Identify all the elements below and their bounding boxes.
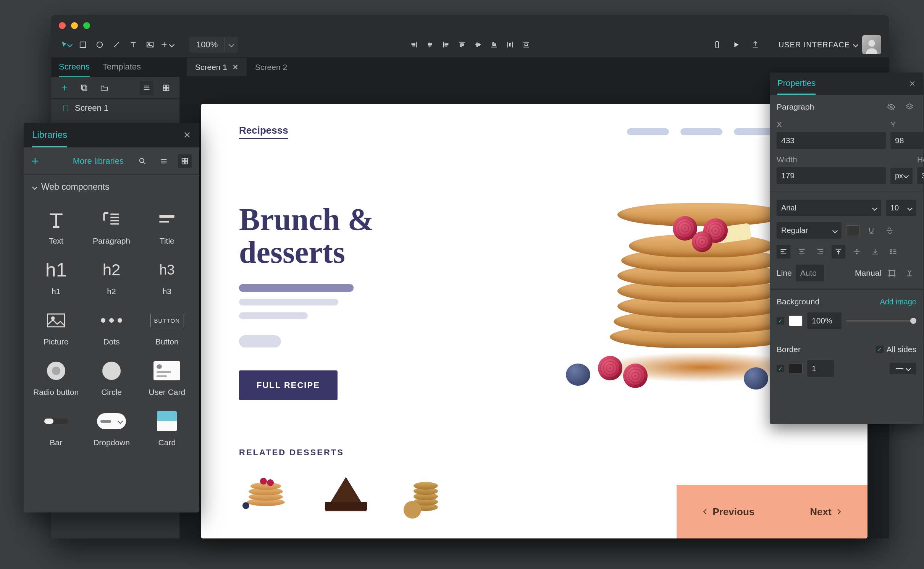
component-bar[interactable]: Bar — [29, 404, 83, 452]
x-input[interactable] — [777, 132, 886, 149]
component-radio[interactable]: Radio button — [29, 354, 83, 401]
share-icon[interactable] — [748, 37, 762, 52]
related-item-cookies[interactable] — [399, 471, 453, 517]
component-picture[interactable]: Picture — [29, 304, 83, 351]
font-size-select[interactable]: 10 — [886, 200, 916, 216]
component-circle[interactable]: Circle — [84, 354, 138, 401]
visibility-icon[interactable] — [884, 100, 898, 114]
background-enabled-checkbox[interactable]: ✓ — [777, 317, 784, 325]
distribute-v-icon[interactable] — [519, 37, 533, 52]
border-enabled-checkbox[interactable]: ✓ — [777, 365, 784, 372]
component-h1[interactable]: h1h1 — [29, 253, 83, 301]
pointer-tool[interactable] — [59, 37, 73, 52]
library-section-header[interactable]: Web components — [24, 175, 199, 199]
component-h2[interactable]: h2h2 — [84, 253, 138, 301]
component-dots[interactable]: Dots — [84, 304, 138, 351]
list-view-icon[interactable] — [157, 154, 171, 168]
close-tab-icon[interactable]: ✕ — [233, 63, 238, 71]
pill-placeholder[interactable] — [239, 335, 281, 348]
image-tool[interactable] — [143, 37, 157, 52]
border-color-swatch[interactable] — [789, 363, 803, 374]
folder-icon[interactable] — [97, 81, 111, 95]
opacity-slider[interactable] — [846, 320, 916, 322]
ellipse-tool[interactable] — [92, 37, 107, 52]
valign-top-icon[interactable] — [832, 245, 845, 259]
align-bottom-icon[interactable] — [487, 37, 501, 52]
background-color-swatch[interactable] — [789, 315, 803, 326]
libraries-panel[interactable]: Libraries ✕ + More libraries Web compone… — [24, 123, 199, 512]
font-weight-select[interactable]: Regular — [777, 222, 842, 239]
valign-bottom-icon[interactable] — [868, 245, 882, 259]
tab-templates[interactable]: Templates — [103, 57, 141, 78]
background-opacity-input[interactable] — [807, 312, 842, 329]
text-color-swatch[interactable] — [846, 225, 860, 236]
width-unit-select[interactable]: px — [890, 168, 913, 184]
bounds-icon[interactable] — [885, 266, 899, 280]
zoom-control[interactable]: 100% — [189, 37, 238, 53]
line-height-input[interactable] — [796, 265, 824, 281]
all-sides-checkbox[interactable]: ✓ — [876, 346, 884, 353]
page-heading[interactable]: Brunch & desserts — [239, 203, 453, 269]
border-style-select[interactable] — [890, 363, 916, 374]
rectangle-tool[interactable] — [76, 37, 90, 52]
more-libraries-link[interactable]: More libraries — [73, 156, 124, 166]
valign-middle-icon[interactable] — [850, 245, 864, 259]
related-item-cake[interactable] — [319, 471, 373, 517]
mode-dropdown[interactable]: USER INTERFACE — [779, 40, 858, 49]
component-usercard[interactable]: User Card — [140, 354, 194, 401]
component-button[interactable]: BUTTONButton — [140, 304, 194, 351]
duplicate-screen-icon[interactable] — [77, 81, 92, 95]
text-placeholder[interactable] — [239, 284, 453, 319]
zoom-dropdown-icon[interactable] — [225, 38, 238, 51]
add-library-icon[interactable]: + — [31, 154, 39, 168]
underline-icon[interactable] — [864, 224, 878, 238]
close-panel-icon[interactable]: ✕ — [909, 79, 916, 88]
previous-button[interactable]: Previous — [704, 506, 754, 518]
component-text[interactable]: Text — [29, 203, 83, 250]
properties-panel[interactable]: Properties ✕ Paragraph X Y Width px Heig… — [770, 73, 923, 424]
tab-screens[interactable]: Screens — [59, 57, 90, 78]
sidebar-item-screen1[interactable]: Screen 1 — [51, 99, 179, 118]
component-paragraph[interactable]: Paragraph — [84, 203, 138, 250]
strikethrough-icon[interactable] — [883, 224, 897, 238]
design-canvas[interactable]: Recipesss Brunch & desserts FULL RECIPE — [201, 104, 867, 538]
auto-resize-icon[interactable] — [903, 266, 916, 280]
distribute-h-icon[interactable] — [503, 37, 517, 52]
text-tool[interactable] — [126, 37, 141, 52]
doc-tab-screen1[interactable]: Screen 1 ✕ — [187, 58, 247, 76]
minimize-window-icon[interactable] — [71, 22, 78, 29]
close-panel-icon[interactable]: ✕ — [183, 130, 191, 141]
align-top-icon[interactable] — [455, 37, 469, 52]
next-button[interactable]: Next — [810, 506, 840, 518]
component-card[interactable]: Card — [140, 404, 194, 452]
grid-view-icon[interactable] — [159, 81, 173, 95]
component-dropdown[interactable]: Dropdown — [84, 404, 138, 452]
search-icon[interactable] — [135, 154, 150, 168]
doc-tab-screen2[interactable]: Screen 2 — [247, 58, 296, 76]
add-screen-icon[interactable] — [57, 81, 72, 95]
close-window-icon[interactable] — [59, 22, 66, 29]
width-input[interactable] — [777, 167, 886, 184]
text-align-center-icon[interactable] — [795, 245, 809, 259]
add-image-link[interactable]: Add image — [880, 297, 916, 306]
component-h3[interactable]: h3h3 — [140, 253, 194, 301]
text-align-left-icon[interactable] — [777, 245, 790, 259]
list-icon[interactable] — [887, 245, 900, 259]
list-view-icon[interactable] — [140, 81, 153, 95]
play-icon[interactable] — [729, 37, 743, 52]
related-item-pancakes[interactable] — [239, 471, 292, 517]
y-input[interactable] — [890, 132, 924, 149]
align-v-center-icon[interactable] — [471, 37, 485, 52]
border-width-input[interactable] — [807, 360, 834, 377]
line-tool[interactable] — [109, 37, 124, 52]
text-align-right-icon[interactable] — [813, 245, 827, 259]
component-title[interactable]: Title — [140, 203, 194, 250]
user-avatar[interactable] — [862, 35, 881, 54]
layers-icon[interactable] — [903, 100, 916, 114]
brand-logo[interactable]: Recipesss — [239, 124, 288, 139]
full-recipe-button[interactable]: FULL RECIPE — [239, 370, 338, 400]
align-h-center-icon[interactable] — [423, 37, 437, 52]
grid-view-icon[interactable] — [178, 154, 192, 168]
add-tool[interactable] — [160, 37, 174, 52]
maximize-window-icon[interactable] — [83, 22, 90, 29]
